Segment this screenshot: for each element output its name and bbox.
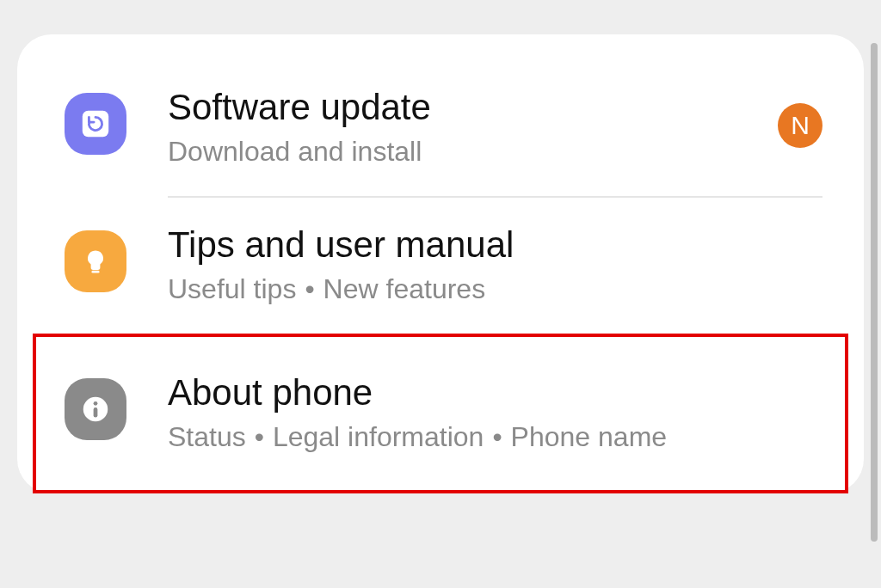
item-text: Software update Download and install bbox=[168, 86, 778, 170]
notification-badge: N bbox=[778, 103, 822, 148]
item-subtitle: Status•Legal information•Phone name bbox=[168, 420, 822, 456]
settings-item-about-phone[interactable]: About phone Status•Legal information•Pho… bbox=[33, 334, 848, 493]
item-subtitle: Download and install bbox=[168, 134, 778, 170]
about-phone-icon bbox=[65, 378, 126, 440]
software-update-icon bbox=[65, 93, 126, 155]
settings-item-software-update[interactable]: Software update Download and install N bbox=[17, 60, 864, 196]
item-title: Tips and user manual bbox=[168, 224, 822, 266]
settings-item-tips[interactable]: Tips and user manual Useful tips•New fea… bbox=[17, 198, 864, 334]
item-title: Software update bbox=[168, 86, 778, 129]
scrollbar[interactable] bbox=[871, 43, 878, 542]
svg-rect-1 bbox=[92, 271, 100, 273]
svg-rect-0 bbox=[83, 111, 108, 137]
svg-point-3 bbox=[94, 401, 98, 406]
item-text: About phone Status•Legal information•Pho… bbox=[168, 371, 822, 456]
item-text: Tips and user manual Useful tips•New fea… bbox=[168, 224, 822, 308]
item-title: About phone bbox=[168, 371, 822, 414]
item-subtitle: Useful tips•New features bbox=[168, 272, 822, 308]
tips-icon bbox=[65, 230, 126, 292]
svg-rect-4 bbox=[94, 407, 98, 417]
settings-card: Software update Download and install N T… bbox=[17, 34, 864, 493]
